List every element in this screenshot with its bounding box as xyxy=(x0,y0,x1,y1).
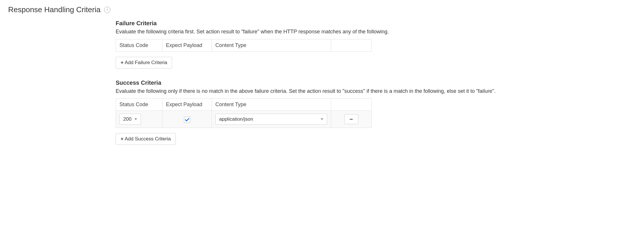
chevron-down-icon xyxy=(321,118,323,120)
failure-criteria-description: Evaluate the following criteria first. S… xyxy=(116,28,523,35)
success-criteria-title: Success Criteria xyxy=(116,79,523,86)
remove-row-button[interactable]: − xyxy=(344,114,358,124)
col-header-actions xyxy=(331,99,372,111)
col-header-content-type: Content Type xyxy=(212,39,331,51)
failure-criteria-section: Failure Criteria Evaluate the following … xyxy=(116,20,523,68)
table-header-row: Status Code Expect Payload Content Type xyxy=(116,99,372,111)
col-header-status-code: Status Code xyxy=(116,99,162,111)
add-success-criteria-button[interactable]: + Add Success Criteria xyxy=(116,133,176,145)
expect-payload-checkbox[interactable] xyxy=(184,117,190,123)
plus-icon: + xyxy=(121,60,124,66)
page-title: Response Handling Criteria xyxy=(8,5,101,14)
col-header-content-type: Content Type xyxy=(212,99,331,111)
chevron-down-icon xyxy=(134,118,137,120)
add-failure-criteria-label: Add Failure Criteria xyxy=(125,60,167,66)
add-success-criteria-label: Add Success Criteria xyxy=(125,136,171,142)
col-header-expect-payload: Expect Payload xyxy=(162,99,212,111)
failure-criteria-table: Status Code Expect Payload Content Type xyxy=(116,39,372,52)
col-header-status-code: Status Code xyxy=(116,39,162,51)
success-criteria-table: Status Code Expect Payload Content Type … xyxy=(116,98,372,128)
success-criteria-description: Evaluate the following only if there is … xyxy=(116,88,523,95)
table-row: 200 application/json xyxy=(116,111,372,128)
success-criteria-section: Success Criteria Evaluate the following … xyxy=(116,79,523,145)
info-icon[interactable]: i xyxy=(104,7,110,13)
page-title-row: Response Handling Criteria i xyxy=(8,5,636,14)
add-failure-criteria-button[interactable]: + Add Failure Criteria xyxy=(116,57,172,68)
col-header-expect-payload: Expect Payload xyxy=(162,39,212,51)
minus-icon: − xyxy=(350,116,353,123)
status-code-value: 200 xyxy=(123,116,131,122)
plus-icon: + xyxy=(121,136,124,142)
failure-criteria-title: Failure Criteria xyxy=(116,20,523,27)
table-header-row: Status Code Expect Payload Content Type xyxy=(116,39,372,51)
col-header-actions xyxy=(331,39,372,51)
content-type-dropdown[interactable]: application/json xyxy=(215,114,327,125)
checkmark-icon xyxy=(185,117,189,122)
status-code-dropdown[interactable]: 200 xyxy=(119,114,141,125)
content-type-value: application/json xyxy=(219,116,253,122)
